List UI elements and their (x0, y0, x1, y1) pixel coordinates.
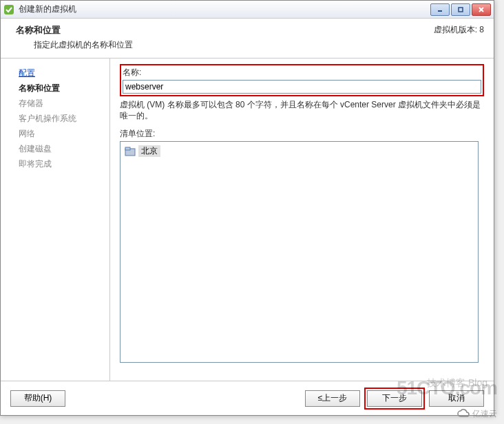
next-button[interactable]: 下一步 (367, 390, 422, 407)
wizard-content: 名称: 虚拟机 (VM) 名称最多可以包含 80 个字符，并且名称在每个 vCe… (110, 59, 494, 398)
page-subtitle: 指定此虚拟机的名称和位置 (34, 39, 484, 51)
step-storage: 存储器 (3, 96, 107, 111)
tree-root-item[interactable]: 北京 (123, 145, 475, 158)
step-name-location: 名称和位置 (3, 81, 107, 96)
step-ready-complete: 即将完成 (3, 156, 107, 171)
name-highlight: 名称: (120, 64, 484, 96)
next-highlight: 下一步 (364, 388, 425, 410)
page-title: 名称和位置 (16, 24, 484, 36)
vm-version-label: 虚拟机版本: 8 (434, 24, 484, 36)
name-hint-text: 虚拟机 (VM) 名称最多可以包含 80 个字符，并且名称在每个 vCenter… (120, 99, 484, 121)
tree-root-label: 北京 (138, 145, 160, 157)
window-title: 创建新的虚拟机 (19, 3, 430, 15)
wizard-footer: 帮助(H) ≤上一步 下一步 取消 (1, 381, 494, 415)
step-configuration[interactable]: 配置 (3, 65, 107, 81)
maximize-button[interactable] (451, 3, 470, 16)
svg-rect-0 (4, 5, 14, 14)
app-icon (3, 4, 14, 15)
step-network: 网络 (3, 126, 107, 141)
inventory-label: 清单位置: (120, 128, 484, 140)
wizard-steps-sidebar: 配置 名称和位置 存储器 客户机操作系统 网络 创建磁盘 即将完成 (1, 59, 110, 398)
help-button[interactable]: 帮助(H) (10, 390, 65, 407)
inventory-tree[interactable]: 北京 (120, 141, 479, 363)
wizard-body: 配置 名称和位置 存储器 客户机操作系统 网络 创建磁盘 即将完成 名称: 虚拟… (1, 59, 494, 398)
wizard-header: 名称和位置 指定此虚拟机的名称和位置 虚拟机版本: 8 (1, 19, 494, 59)
svg-rect-6 (125, 147, 130, 150)
title-bar: 创建新的虚拟机 (1, 1, 494, 19)
close-button[interactable] (472, 3, 491, 16)
datacenter-icon (125, 147, 136, 156)
back-button[interactable]: ≤上一步 (305, 390, 360, 407)
svg-rect-2 (459, 8, 463, 12)
window-buttons (430, 3, 491, 16)
minimize-button[interactable] (430, 3, 450, 16)
step-guest-os: 客户机操作系统 (3, 111, 107, 126)
vm-name-input[interactable] (123, 80, 481, 94)
name-label: 名称: (123, 67, 481, 78)
dialog-window: 创建新的虚拟机 名称和位置 指定此虚拟机的名称和位置 虚拟机版本: 8 配置 名… (0, 0, 494, 416)
step-create-disk: 创建磁盘 (3, 141, 107, 156)
cancel-button[interactable]: 取消 (429, 390, 484, 407)
